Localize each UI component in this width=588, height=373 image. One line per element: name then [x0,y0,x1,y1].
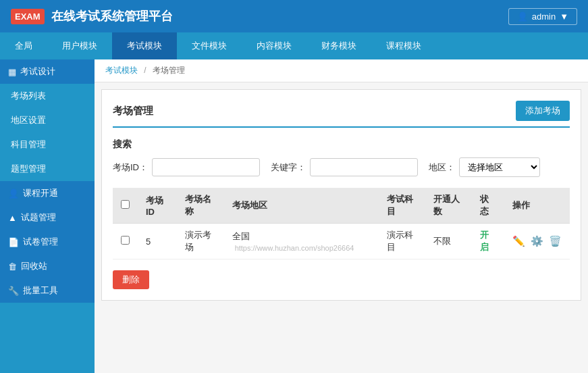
nav-item-user[interactable]: 用户模块 [47,32,112,59]
select-all-checkbox[interactable] [121,200,130,209]
search-label-id: 考场ID： [113,161,148,174]
delete-icon[interactable]: 🗑️ [549,235,562,247]
user-course-icon: 👤 [8,189,19,199]
row-status-cell: 开启 [472,224,504,259]
batch-delete-button[interactable]: 删除 [113,270,149,289]
status-badge: 开启 [480,230,489,252]
row-id-cell: 5 [138,224,177,259]
search-row: 考场ID： 关键字： 地区： 选择地区 [113,157,570,177]
search-field-id: 考场ID： [113,158,260,176]
nav-bar: 全局 用户模块 考试模块 文件模块 内容模块 财务模块 课程模块 [0,32,588,59]
sidebar-item-subject[interactable]: 科目管理 [0,132,95,157]
file-icon: 📄 [8,237,19,247]
watermark-overlay: https://www.huzhan.com/shop26664 [235,244,354,252]
trash-icon: 🗑 [8,262,17,272]
search-input-keyword[interactable] [310,158,418,176]
sidebar-section-question[interactable]: ▲ 试题管理 [0,205,95,230]
breadcrumb-separator: / [144,66,146,75]
search-section: 搜索 考场ID： 关键字： 地区： 选择地区 [113,139,570,177]
main-content: 考试模块 / 考场管理 考场管理 添加考场 搜索 考场ID： 关键 [95,59,588,373]
user-icon: 👤 [517,11,528,22]
breadcrumb-current: 考场管理 [153,66,185,75]
search-field-keyword: 关键字： [271,158,418,176]
breadcrumb: 考试模块 / 考场管理 [95,59,588,82]
row-region-cell: 全国 https://www.huzhan.com/shop26664 [224,224,379,259]
settings-icon[interactable]: ⚙️ [531,235,543,247]
sidebar-section-exam-design[interactable]: ▦ 考试设计 [0,59,95,84]
table-row: 5 演示考场 全国 https://www.huzhan.com/shop266… [113,224,570,259]
sidebar-section-trash[interactable]: 🗑 回收站 [0,254,95,278]
row-action-cell: ✏️ ⚙️ 🗑️ [504,224,570,259]
sidebar-item-region[interactable]: 地区设置 [0,108,95,132]
content-area: 考场管理 添加考场 搜索 考场ID： 关键字： 地区： [101,89,581,301]
row-count-cell: 不限 [425,224,472,259]
search-title: 搜索 [113,139,570,151]
header-left: EXAM 在线考试系统管理平台 [11,8,173,24]
sidebar-section-course[interactable]: 👤 课程开通 [0,181,95,205]
header-title: 在线考试系统管理平台 [51,8,173,24]
nav-item-exam[interactable]: 考试模块 [112,32,177,59]
row-checkbox[interactable] [121,236,130,245]
add-exam-venue-button[interactable]: 添加考场 [516,101,570,121]
sidebar-item-exam-list[interactable]: 考场列表 [0,84,95,108]
page-title: 考场管理 [113,105,153,118]
sidebar-item-question-type[interactable]: 题型管理 [0,157,95,181]
nav-item-course[interactable]: 课程模块 [371,32,436,59]
triangle-icon: ▲ [8,213,17,223]
breadcrumb-exam-module[interactable]: 考试模块 [105,66,138,75]
table-header-row: 考场ID 考场名称 考场地区 考试科目 开通人数 状态 操作 [113,188,570,224]
action-icons: ✏️ ⚙️ 🗑️ [512,235,562,247]
table-col-id: 考场ID [138,188,177,224]
nav-item-finance[interactable]: 财务模块 [306,32,371,59]
wrench-icon: 🔧 [8,286,19,296]
table-col-action: 操作 [504,188,570,224]
nav-item-global[interactable]: 全局 [0,32,47,59]
search-select-region[interactable]: 选择地区 [459,157,540,177]
search-input-id[interactable] [152,158,260,176]
table-container: 考场ID 考场名称 考场地区 考试科目 开通人数 状态 操作 [113,188,570,259]
row-name-cell: 演示考场 [177,224,223,259]
nav-item-content[interactable]: 内容模块 [242,32,306,59]
exam-venue-table: 考场ID 考场名称 考场地区 考试科目 开通人数 状态 操作 [113,188,570,259]
sidebar-section-batch[interactable]: 🔧 批量工具 [0,278,95,303]
table-col-region: 考场地区 [224,188,379,224]
table-col-status: 状态 [472,188,504,224]
row-checkbox-cell [113,224,138,259]
search-label-keyword: 关键字： [271,161,306,174]
chevron-down-icon: ▼ [560,11,568,22]
table-col-count: 开通人数 [425,188,472,224]
search-field-region: 地区： 选择地区 [429,157,540,177]
nav-item-file[interactable]: 文件模块 [177,32,242,59]
edit-icon[interactable]: ✏️ [512,235,525,247]
table-header-checkbox [113,188,138,224]
page-title-bar: 考场管理 添加考场 [113,101,570,128]
grid-icon: ▦ [8,67,16,77]
exam-logo: EXAM [11,9,45,24]
table-col-name: 考场名称 [177,188,223,224]
search-label-region: 地区： [429,161,455,174]
header: EXAM 在线考试系统管理平台 👤 admin ▼ [0,0,588,32]
admin-button[interactable]: 👤 admin ▼ [508,8,577,25]
sidebar-section-paper[interactable]: 📄 试卷管理 [0,230,95,254]
table-col-subject: 考试科目 [379,188,425,224]
header-right: 👤 admin ▼ [508,8,577,25]
admin-label: admin [532,11,556,22]
layout: ▦ 考试设计 考场列表 地区设置 科目管理 题型管理 👤 课程开通 ▲ 试题管理… [0,59,588,373]
sidebar: ▦ 考试设计 考场列表 地区设置 科目管理 题型管理 👤 课程开通 ▲ 试题管理… [0,59,95,373]
row-subject-cell: 演示科目 [379,224,425,259]
